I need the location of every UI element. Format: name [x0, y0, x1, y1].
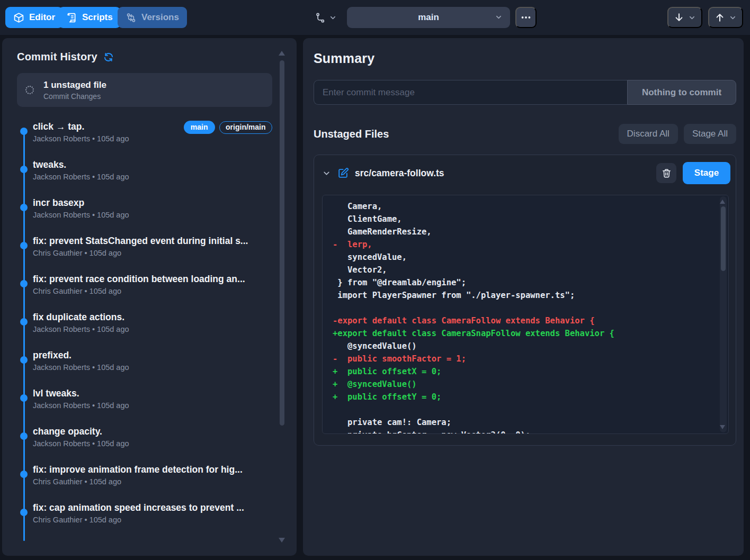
top-bar: Editor Scripts Versions main [0, 0, 750, 35]
commit-dot-icon [20, 242, 28, 249]
commit-dot-icon [20, 204, 28, 211]
arrow-down-icon [674, 12, 684, 23]
summary-title: Summary [314, 51, 736, 66]
commit-age: 105d ago [97, 134, 129, 143]
commit-age: 105d ago [97, 401, 129, 410]
commit-author: Jackson Roberts [33, 401, 90, 410]
diff-line [333, 403, 716, 416]
more-options-button[interactable] [515, 7, 537, 28]
summary-panel: Summary Nothing to commit Unstaged Files… [303, 38, 744, 556]
commit-author: Jackson Roberts [33, 325, 90, 333]
commit-author: Chris Gauthier [33, 249, 82, 257]
commit-age: 105d ago [97, 439, 129, 448]
commit-item[interactable]: fix: improve animation frame detection f… [17, 464, 272, 502]
versions-button-label: Versions [141, 12, 179, 23]
commit-author: Jackson Roberts [33, 363, 90, 372]
diff-line: Camera, [333, 200, 716, 213]
unstaged-summary-card[interactable]: 1 unstaged file Commit Changes [17, 73, 272, 107]
discard-file-button[interactable] [656, 163, 676, 183]
diff-line [333, 302, 716, 314]
commit-title: change opacity. [33, 426, 271, 437]
editor-button[interactable]: Editor [5, 7, 63, 28]
pending-circle-icon [25, 86, 34, 94]
refresh-icon[interactable] [103, 52, 114, 62]
scroll-icon [66, 12, 77, 23]
branch-graph-dropdown[interactable] [315, 11, 337, 24]
branch-icon [315, 12, 326, 23]
diff-line: import PlayerSpawner from "./player-spaw… [333, 289, 716, 302]
diff-line: GameRenderResize, [333, 225, 716, 238]
edit-file-icon [337, 167, 349, 179]
commit-author: Jackson Roberts [33, 211, 90, 219]
commit-title: fix: improve animation frame detection f… [33, 464, 271, 475]
unstaged-summary-title: 1 unstaged file [43, 80, 106, 91]
stage-file-button[interactable]: Stage [683, 162, 730, 184]
commit-author: Jackson Roberts [33, 173, 90, 181]
commit-author: Jackson Roberts [33, 439, 90, 448]
commit-age: 105d ago [97, 363, 129, 372]
scrollbar-down-arrow[interactable] [279, 538, 285, 543]
commit-item[interactable]: fix: prevent race condition between load… [17, 273, 272, 311]
commit-age: 105d ago [90, 477, 121, 486]
commit-item[interactable]: incr basexp Jackson Roberts•105d ago [17, 197, 272, 235]
commit-age: 105d ago [97, 325, 129, 333]
branch-badge-main: main [184, 121, 215, 134]
diff-line: } from "@dreamlab/engine"; [333, 276, 716, 289]
discard-all-button[interactable]: Discard All [619, 124, 678, 144]
branch-badge-origin-main: origin/main [219, 121, 272, 134]
unstaged-summary-subtitle: Commit Changes [43, 92, 106, 101]
commit-history-title: Commit History [17, 51, 97, 63]
diff-line: + public offsetY = 0; [333, 391, 716, 403]
diff-code: Camera, ClientGame, GameRenderResize,- l… [323, 195, 728, 434]
arrow-up-icon [715, 12, 725, 23]
commit-title: fix: prevent StatsChanged event during i… [33, 235, 271, 247]
commit-age: 105d ago [90, 249, 121, 257]
diff-line: +export default class CameraSnapFollow e… [333, 327, 716, 340]
diff-line: + @syncedValue() [333, 378, 716, 391]
commit-button[interactable]: Nothing to commit [627, 80, 736, 105]
commit-history-panel: Commit History 1 unstaged file Commit Ch… [2, 38, 297, 556]
commit-dot-icon [20, 128, 28, 135]
push-button[interactable] [708, 7, 743, 28]
commit-title: incr basexp [33, 197, 271, 209]
editor-button-label: Editor [29, 12, 55, 23]
chevron-down-icon [688, 14, 696, 22]
commit-author: Chris Gauthier [33, 287, 82, 295]
commit-item[interactable]: tweaks. Jackson Roberts•105d ago [17, 159, 272, 197]
commit-dot-icon [20, 166, 28, 173]
scrollbar-thumb[interactable] [280, 60, 284, 426]
commit-item[interactable]: lvl tweaks. Jackson Roberts•105d ago [17, 387, 272, 426]
commit-item[interactable]: fix duplicate actions. Jackson Roberts•1… [17, 311, 272, 349]
commit-age: 105d ago [97, 211, 129, 219]
commit-message-input[interactable] [314, 80, 627, 105]
branch-select[interactable]: main [347, 7, 510, 28]
commit-item[interactable]: fix: cap animation speed increases to pr… [17, 502, 272, 540]
commit-title: lvl tweaks. [33, 387, 271, 399]
commit-author: Chris Gauthier [33, 516, 82, 524]
commit-item[interactable]: fix: prevent StatsChanged event during i… [17, 235, 272, 273]
scripts-button[interactable]: Scripts [58, 7, 121, 28]
commit-title: fix duplicate actions. [33, 311, 271, 323]
ellipsis-icon [520, 12, 532, 23]
unstaged-file-card: src/camera-follow.ts Stage Camera, Clien… [314, 155, 736, 446]
commit-title: prefixed. [33, 349, 271, 361]
pull-button[interactable] [667, 7, 702, 28]
stage-all-button[interactable]: Stage All [684, 124, 736, 144]
scrollbar-up-arrow[interactable] [279, 51, 285, 56]
diff-line: @syncedValue() [333, 340, 716, 353]
diff-line: ClientGame, [333, 213, 716, 225]
collapse-chevron-icon[interactable] [322, 169, 331, 178]
commit-item[interactable]: change opacity. Jackson Roberts•105d ago [17, 426, 272, 464]
commit-item[interactable]: prefixed. Jackson Roberts•105d ago [17, 349, 272, 387]
code-scrollbar-thumb[interactable] [721, 206, 726, 271]
diff-line: + public offsetX = 0; [333, 365, 716, 378]
code-scrollbar-down-arrow[interactable] [720, 425, 725, 429]
versions-button[interactable]: Versions [118, 7, 187, 28]
commit-item[interactable]: click → tap. Jackson Roberts•105d ago ma… [17, 121, 272, 159]
commit-author: Jackson Roberts [33, 134, 90, 143]
chevron-down-icon [329, 14, 337, 22]
commit-age: 105d ago [90, 287, 121, 295]
code-scrollbar-up-arrow[interactable] [720, 200, 725, 204]
diff-line: Vector2, [333, 264, 716, 276]
diff-line: - public smoothFactor = 1; [333, 353, 716, 365]
